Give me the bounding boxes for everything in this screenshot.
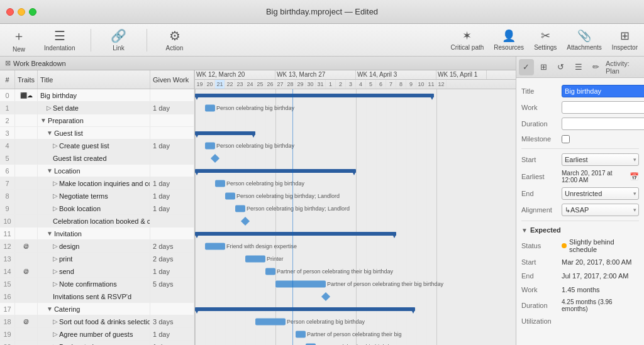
table-row[interactable]: 5Guest list created	[0, 152, 194, 165]
title-input[interactable]	[562, 85, 644, 97]
toolbar-sep-2	[147, 29, 147, 52]
start-select[interactable]: Earliest	[562, 153, 639, 166]
table-row[interactable]: 7▷ Make location inquiries and compare1 …	[0, 177, 194, 190]
day-20: 20	[205, 80, 215, 89]
new-button[interactable]: ＋ New	[6, 28, 31, 53]
gantt-bar[interactable]	[275, 281, 326, 288]
disclosure-icon[interactable]: ▼	[47, 129, 53, 136]
task-arrow-icon: ▷	[53, 142, 58, 149]
table-row[interactable]: 14@▷ send1 day	[0, 265, 194, 278]
gantt-milestone[interactable]	[211, 154, 219, 163]
table-row[interactable]: 16Invitations sent & RSVP'd	[0, 290, 194, 303]
row-num: 0	[0, 89, 15, 101]
indentation-button[interactable]: ☰ Indentation	[44, 28, 75, 52]
table-row[interactable]: 15▷ Note confirmations5 days	[0, 278, 194, 290]
table-row[interactable]: 2▼ Preparation	[0, 114, 194, 127]
summary-right-cap	[430, 96, 434, 100]
gantt-bar[interactable]	[235, 205, 245, 212]
expected-section-header[interactable]: ▼ Expected	[516, 224, 644, 236]
table-row[interactable]: 8▷ Negotiate terms1 day	[0, 190, 194, 202]
inspector-tab-3[interactable]: ↺	[553, 59, 569, 75]
inspector-panel: ✓ ⊞ ↺ ☰ ✏ Activity: Plan Title Work Dura…	[516, 57, 644, 345]
disclosure-icon[interactable]: ▼	[40, 117, 47, 124]
gantt-bar[interactable]	[205, 105, 215, 112]
action-button[interactable]: ⚙ Action	[162, 28, 187, 52]
gantt-milestone[interactable]	[321, 292, 330, 301]
milestone-field: Milestone	[516, 132, 644, 146]
exp-utilization-label: Utilization	[521, 317, 562, 325]
resources-icon: 👤	[502, 29, 516, 43]
maximize-button[interactable]	[29, 8, 36, 16]
table-row[interactable]: 4▷ Create guest list1 day	[0, 140, 194, 152]
gantt-bar[interactable]	[205, 243, 225, 250]
exp-end-value: Jul 17, 2017, 2:00 AM	[562, 272, 639, 280]
toolbar-sep-1	[91, 29, 91, 52]
milestone-checkbox[interactable]	[562, 135, 570, 143]
table-row[interactable]: 6▼ Location	[0, 165, 194, 177]
day-26: 26	[265, 80, 275, 89]
table-row[interactable]: 10Celebration location booked & confirme…	[0, 215, 194, 227]
row-work	[150, 152, 194, 164]
table-row[interactable]: 1▷ Set date1 day	[0, 102, 194, 114]
day-31: 31	[316, 80, 326, 89]
table-row[interactable]: 20▷ Book catering1 day	[0, 341, 194, 345]
exp-duration-value: 4.25 months (3.96 emonths)	[562, 298, 639, 312]
row-title: Celebration location booked & confirmed	[38, 215, 150, 227]
disclosure-icon[interactable]: ▼	[47, 167, 53, 174]
gantt-milestone[interactable]	[241, 217, 250, 226]
close-button[interactable]	[6, 8, 14, 16]
gantt-bar[interactable]	[265, 268, 275, 275]
row-traits	[15, 152, 38, 164]
row-traits	[15, 278, 38, 290]
table-row[interactable]: 0⬛☁Big birthday	[0, 89, 194, 102]
table-row[interactable]: 18@▷ Sort out food & drinks selection3 d…	[0, 315, 194, 328]
table-row[interactable]: 13▷ print2 days	[0, 253, 194, 265]
day-3: 3	[346, 80, 356, 89]
calendar-icon[interactable]: 📅	[630, 172, 639, 181]
day-24: 24	[245, 80, 255, 89]
gantt-bar[interactable]	[296, 331, 306, 338]
end-select[interactable]: Unrestricted	[562, 187, 639, 200]
link-button[interactable]: 🔗 Link	[106, 28, 131, 52]
duration-input[interactable]	[562, 118, 644, 130]
settings-button[interactable]: ✂ Settings	[534, 29, 557, 51]
critical-path-button[interactable]: ✶ Critical path	[451, 29, 484, 51]
inspector-tab-info[interactable]: ✓	[519, 59, 534, 75]
table-row[interactable]: 12@▷ design2 days	[0, 240, 194, 253]
gantt-bar[interactable]	[205, 143, 215, 150]
disclosure-icon[interactable]: ▼	[47, 230, 53, 237]
gantt-bar[interactable]	[255, 319, 286, 326]
minimize-button[interactable]	[18, 8, 25, 16]
gantt-row	[195, 165, 516, 177]
inspector-tab-5[interactable]: ✏	[588, 59, 603, 75]
inspector-icon: ⊞	[620, 29, 630, 43]
work-input[interactable]	[562, 101, 644, 114]
week-label-13: WK 13, March 27	[275, 70, 356, 79]
alignment-select[interactable]: ↳ASAP	[562, 204, 639, 216]
table-row[interactable]: 3▼ Guest list	[0, 127, 194, 140]
disclosure-icon[interactable]: ▼	[47, 305, 53, 312]
exp-end-field: End Jul 17, 2017, 2:00 AM	[516, 269, 644, 283]
gantt-bar[interactable]	[225, 193, 235, 200]
summary-right-cap	[392, 234, 396, 238]
table-row[interactable]: 17▼ Catering	[0, 303, 194, 315]
link-label: Link	[113, 45, 124, 52]
day-29: 29	[296, 80, 306, 89]
table-row[interactable]: 19▷ Agree number of guests1 day	[0, 328, 194, 341]
resources-button[interactable]: 👤 Resources	[494, 29, 524, 51]
row-num: 20	[0, 341, 15, 345]
row-title: Guest list created	[38, 152, 150, 164]
row-num: 10	[0, 215, 15, 227]
inspector-tab-4[interactable]: ☰	[571, 59, 586, 75]
gantt-bar-label: Partner of person celebrating their big	[307, 331, 402, 337]
row-traits	[15, 165, 38, 177]
inspector-tab-2[interactable]: ⊞	[536, 59, 552, 75]
indentation-label: Indentation	[44, 45, 75, 52]
table-row[interactable]: 11▼ Invitation	[0, 227, 194, 240]
gantt-panel: ⊠ Work Breakdown # Traits Title Given Wo…	[0, 57, 516, 345]
attachments-button[interactable]: 📎 Attachments	[567, 29, 602, 51]
table-row[interactable]: 9▷ Book location1 day	[0, 202, 194, 215]
gantt-bar[interactable]	[245, 256, 265, 263]
gantt-bar[interactable]	[215, 180, 225, 187]
inspector-button[interactable]: ⊞ Inspector	[612, 29, 638, 51]
